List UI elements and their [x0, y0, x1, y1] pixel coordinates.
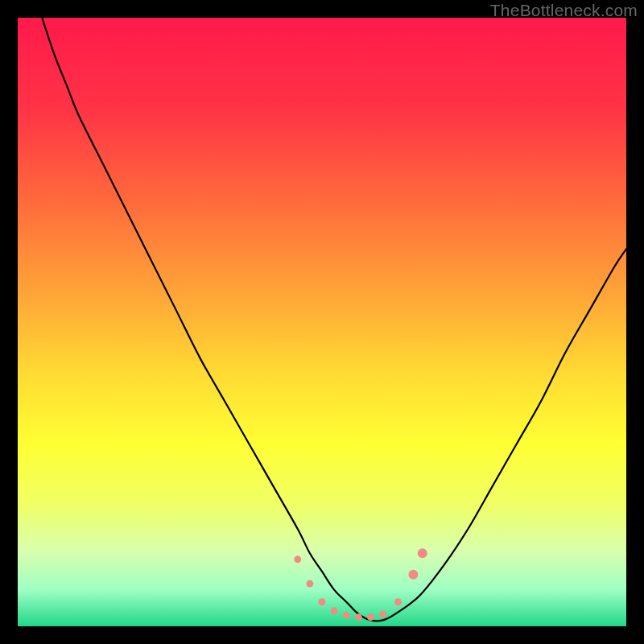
marker-dot [319, 598, 326, 605]
chart-frame: TheBottleneck.com [0, 0, 644, 644]
chart-svg [18, 18, 626, 626]
marker-dot [355, 613, 362, 621]
marker-dot [306, 580, 313, 588]
gradient-background [18, 18, 626, 626]
marker-dot [343, 612, 350, 619]
marker-dot [294, 555, 301, 563]
marker-dot [379, 610, 386, 617]
marker-dot [418, 548, 427, 558]
marker-dot [367, 613, 374, 621]
marker-dot [331, 608, 338, 615]
watermark-text: TheBottleneck.com [490, 1, 638, 20]
plot-area [18, 18, 626, 626]
marker-dot [408, 570, 418, 580]
marker-dot [394, 598, 402, 605]
